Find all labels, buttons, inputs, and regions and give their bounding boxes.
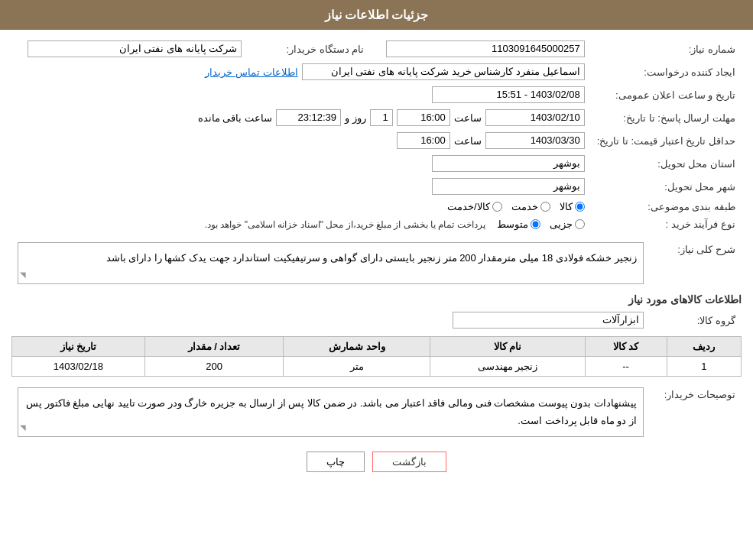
- col-unit: واحد شمارش: [284, 337, 430, 357]
- goods-group-label: گروه کالا:: [650, 309, 742, 332]
- price-validity-date-input: 1403/03/30: [485, 132, 585, 149]
- category-kala-option[interactable]: کالا: [560, 201, 585, 212]
- date-announce-input: 1403/02/08 - 15:51: [432, 86, 585, 103]
- city-input: بوشهر: [432, 178, 585, 195]
- goods-group-row: گروه کالا: ابزارآلات: [11, 309, 742, 332]
- page-wrapper: جزئیات اطلاعات نیاز شماره نیاز: 11030916…: [0, 0, 753, 560]
- description-value: زنجیر خشکه فولادی 18 میلی مترمقدار 200 م…: [11, 239, 650, 287]
- cell-unit: متر: [284, 357, 430, 377]
- category-khadamat-option[interactable]: خدمت: [511, 201, 550, 212]
- category-kala-radio[interactable]: [575, 202, 585, 212]
- description-box: زنجیر خشکه فولادی 18 میلی مترمقدار 200 م…: [18, 242, 644, 284]
- buyer-notes-section: توصیحات خریدار: پیشنهادات بدون پیوست مشخ…: [11, 384, 742, 440]
- goods-group-table: گروه کالا: ابزارآلات: [11, 309, 742, 332]
- cell-name: زنجیر مهندسی: [430, 357, 585, 377]
- requester-label: ایجاد کننده درخواست:: [591, 60, 742, 83]
- process-motavasset-option[interactable]: متوسط: [497, 218, 540, 230]
- buyer-notes-text: پیشنهادات بدون پیوست مشخصات فنی ومالی فا…: [26, 397, 637, 426]
- print-button[interactable]: چاپ: [307, 452, 365, 472]
- reply-day-label: روز و: [345, 112, 366, 124]
- row-reply-deadline: مهلت ارسال پاسخ: تا تاریخ: 1403/02/10 سا…: [11, 106, 742, 129]
- price-validity-time-label: ساعت: [454, 135, 482, 147]
- city-label: شهر محل تحویل:: [591, 175, 742, 198]
- process-motavasset-radio[interactable]: [531, 219, 540, 229]
- buyer-notes-table: توصیحات خریدار: پیشنهادات بدون پیوست مشخ…: [11, 384, 742, 440]
- category-kala-label: کالا: [560, 201, 573, 212]
- goods-section: اطلاعات کالاهای مورد نیاز گروه کالا: ابز…: [11, 293, 742, 377]
- reply-deadline-row: 1403/02/10 ساعت 16:00 1 روز و 23:12:39: [11, 106, 591, 129]
- need-number-label: شماره نیاز:: [591, 37, 742, 60]
- city-value: بوشهر: [11, 175, 591, 198]
- process-jozi-radio[interactable]: [575, 219, 585, 229]
- main-info-table: شماره نیاز: 1103091645000257 نام دستگاه …: [11, 37, 742, 233]
- col-row: ردیف: [667, 337, 741, 357]
- process-note: پرداخت تمام یا بخشی از مبلغ خرید،از محل …: [205, 219, 485, 230]
- row-price-validity: حداقل تاریخ اعتبار قیمت: تا تاریخ: 1403/…: [11, 129, 742, 152]
- row-process: نوع فرآیند خرید : جزیی متوسط: [11, 215, 742, 233]
- description-text: زنجیر خشکه فولادی 18 میلی مترمقدار 200 م…: [106, 252, 637, 264]
- category-kala-khadamat-label: کالا/خدمت: [447, 201, 490, 212]
- back-button[interactable]: بازگشت: [372, 452, 446, 472]
- page-title: جزئیات اطلاعات نیاز: [325, 8, 429, 21]
- date-announce-label: تاریخ و ساعت اعلان عمومی:: [591, 83, 742, 106]
- cell-qty: 200: [144, 357, 284, 377]
- col-code: کد کالا: [585, 337, 667, 357]
- process-jozi-label: جزیی: [550, 218, 573, 230]
- goods-table: ردیف کد کالا نام کالا واحد شمارش تعداد /…: [11, 336, 742, 377]
- reply-time-label: ساعت: [454, 112, 482, 124]
- price-validity-label: حداقل تاریخ اعتبار قیمت: تا تاریخ:: [591, 129, 742, 152]
- need-number-input: 1103091645000257: [386, 40, 585, 57]
- reply-date-input: 1403/02/10: [485, 109, 585, 126]
- province-label: استان محل تحویل:: [591, 152, 742, 175]
- buyer-notes-label: توصیحات خریدار:: [650, 384, 742, 440]
- date-announce-value: 1403/02/08 - 15:51: [11, 83, 591, 106]
- buyer-notes-row: توصیحات خریدار: پیشنهادات بدون پیوست مشخ…: [11, 384, 742, 440]
- need-number-value: 1103091645000257: [370, 37, 590, 60]
- description-table: شرح کلی نیاز: زنجیر خشکه فولادی 18 میلی …: [11, 239, 742, 287]
- description-section: شرح کلی نیاز: زنجیر خشکه فولادی 18 میلی …: [11, 239, 742, 287]
- reply-deadline-label: مهلت ارسال پاسخ: تا تاریخ:: [591, 106, 742, 129]
- col-name: نام کالا: [430, 337, 585, 357]
- description-label: شرح کلی نیاز:: [650, 239, 742, 287]
- row-city: شهر محل تحویل: بوشهر: [11, 175, 742, 198]
- reply-remaining-input: 23:12:39: [276, 109, 341, 126]
- buyer-name-label: نام دستگاه خریدار:: [248, 37, 370, 60]
- description-row: شرح کلی نیاز: زنجیر خشکه فولادی 18 میلی …: [11, 239, 742, 287]
- goods-table-header-row: ردیف کد کالا نام کالا واحد شمارش تعداد /…: [12, 337, 742, 357]
- goods-table-body: 1 -- زنجیر مهندسی متر 200 1403/02/18: [12, 357, 742, 377]
- category-value: کالا خدمت کالا/خدمت: [11, 198, 591, 215]
- price-validity-row: 1403/03/30 ساعت 16:00: [11, 129, 591, 152]
- row-need-number: شماره نیاز: 1103091645000257 نام دستگاه …: [11, 37, 742, 60]
- category-kala-khadamat-radio[interactable]: [492, 202, 502, 212]
- page-header: جزئیات اطلاعات نیاز: [0, 0, 753, 30]
- goods-table-header: ردیف کد کالا نام کالا واحد شمارش تعداد /…: [12, 337, 742, 357]
- category-khadamat-radio[interactable]: [540, 202, 550, 212]
- province-input: بوشهر: [432, 155, 585, 172]
- requester-input: اسماعیل منفرد کارشناس خرید شرکت پایانه ه…: [302, 63, 585, 80]
- price-validity-time-input: 16:00: [397, 132, 450, 149]
- table-row: 1 -- زنجیر مهندسی متر 200 1403/02/18: [12, 357, 742, 377]
- category-kala-khadamat-option[interactable]: کالا/خدمت: [447, 201, 502, 212]
- cell-date: 1403/02/18: [12, 357, 145, 377]
- buyer-notes-value: پیشنهادات بدون پیوست مشخصات فنی ومالی فا…: [11, 384, 650, 440]
- process-jozi-option[interactable]: جزیی: [550, 218, 585, 230]
- goods-group-input: ابزارآلات: [453, 312, 644, 329]
- buyer-name-value: شرکت پایانه های نفتی ایران: [11, 37, 248, 60]
- goods-group-value: ابزارآلات: [11, 309, 650, 332]
- content-area: شماره نیاز: 1103091645000257 نام دستگاه …: [0, 30, 753, 491]
- col-date: تاریخ نیاز: [12, 337, 145, 357]
- buttons-row: بازگشت چاپ: [11, 452, 742, 472]
- category-label: طبقه بندی موضوعی:: [591, 198, 742, 215]
- category-khadamat-label: خدمت: [511, 201, 538, 212]
- process-value: جزیی متوسط پرداخت تمام یا بخشی از مبلغ خ…: [11, 215, 591, 233]
- process-label: نوع فرآیند خرید :: [591, 215, 742, 233]
- row-announce-date: تاریخ و ساعت اعلان عمومی: 1403/02/08 - 1…: [11, 83, 742, 106]
- reply-remaining-label: ساعت باقی مانده: [198, 112, 272, 124]
- goods-section-title: اطلاعات کالاهای مورد نیاز: [11, 293, 742, 306]
- row-province: استان محل تحویل: بوشهر: [11, 152, 742, 175]
- requester-contact-link[interactable]: اطلاعات تماس خریدار: [205, 66, 297, 78]
- buyer-notes-box: پیشنهادات بدون پیوست مشخصات فنی ومالی فا…: [18, 387, 644, 437]
- province-value: بوشهر: [11, 152, 591, 175]
- cell-code: --: [585, 357, 667, 377]
- col-qty: تعداد / مقدار: [144, 337, 284, 357]
